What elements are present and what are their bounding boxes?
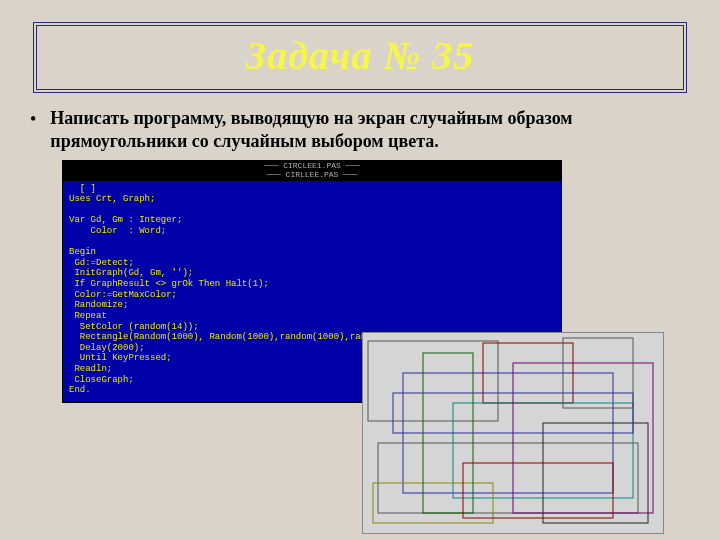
bullet-dot: • xyxy=(30,109,36,130)
program-output-screenshot xyxy=(362,332,664,534)
content-area: ─── CIRCLEE1.PAS ─── ─── CIRLLEE.PAS ───… xyxy=(62,160,720,403)
slide-title: Задача № 35 xyxy=(246,33,474,78)
rectangles-svg xyxy=(363,333,663,533)
title-box: Задача № 35 xyxy=(33,22,687,93)
ide-header-line2: ─── CIRLLEE.PAS ─── xyxy=(266,170,357,179)
ide-header: ─── CIRCLEE1.PAS ─── ─── CIRLLEE.PAS ─── xyxy=(63,161,561,181)
task-bullet: • Написать программу, выводящую на экран… xyxy=(30,107,700,152)
task-text: Написать программу, выводящую на экран с… xyxy=(50,107,700,152)
ide-header-line1: ─── CIRCLEE1.PAS ─── xyxy=(264,161,360,170)
